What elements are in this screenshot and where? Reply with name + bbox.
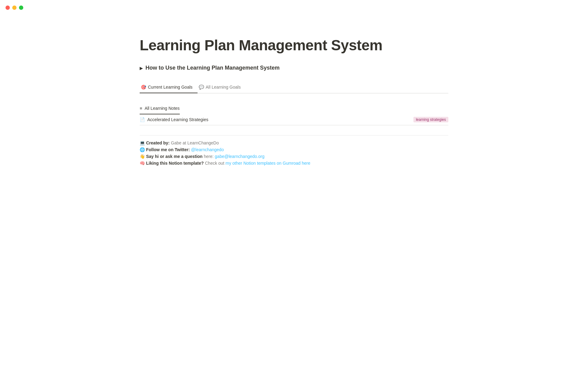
learning-strategies-tag: learning strategies <box>413 117 448 122</box>
notes-list-icon: ≡ <box>140 106 142 111</box>
list-item-right: learning strategies <box>413 117 448 122</box>
all-goals-label: All Learning Goals <box>206 85 241 90</box>
notes-table: 📄 Accelerated Learning Strategies learni… <box>140 114 448 125</box>
tab-all-learning-goals[interactable]: 💬 All Learning Goals <box>198 82 246 93</box>
notion-prefix: Check out <box>205 161 224 166</box>
list-item-left: 📄 Accelerated Learning Strategies <box>140 117 208 122</box>
footer-notion: 🧠 Liking this Notion template? Check out… <box>140 161 448 166</box>
wave-emoji: 👋 <box>140 154 145 159</box>
page-title: Learning Plan Management System <box>140 37 448 54</box>
twitter-emoji: 🌐 <box>140 147 145 152</box>
collapse-arrow-icon: ▶ <box>140 66 143 71</box>
minimize-button[interactable] <box>12 6 17 10</box>
brain-emoji: 🧠 <box>140 161 145 166</box>
how-to-use-label: How to Use the Learning Plan Management … <box>145 65 280 71</box>
tab-current-learning-goals[interactable]: 🎯 Current Learning Goals <box>140 82 198 93</box>
traffic-lights <box>6 6 23 10</box>
notion-gumroad-link[interactable]: my other Notion templates on Gumroad her… <box>225 161 310 166</box>
footer-created-by: 💻 Created by: Gabe at LearnChangeDo <box>140 140 448 145</box>
notes-section-label: All Learning Notes <box>145 106 179 111</box>
current-goals-label: Current Learning Goals <box>148 85 193 90</box>
note-title: Accelerated Learning Strategies <box>147 117 208 122</box>
laptop-emoji: 💻 <box>140 140 145 145</box>
footer-contact: 👋 Say hi or ask me a question here: gabe… <box>140 154 448 159</box>
close-button[interactable] <box>6 6 10 10</box>
contact-prefix: here: <box>204 154 213 159</box>
goals-section-wrapper: 🎯 Current Learning Goals 💬 All Learning … <box>140 82 448 94</box>
notion-label: Liking this Notion template? <box>146 161 204 166</box>
current-goals-icon: 🎯 <box>141 85 146 90</box>
twitter-label: Follow me on Twitter: <box>146 147 190 152</box>
notes-database-section: ≡ All Learning Notes 📄 Accelerated Learn… <box>140 103 448 125</box>
notes-section-header[interactable]: ≡ All Learning Notes <box>140 103 180 114</box>
document-icon: 📄 <box>140 117 145 122</box>
created-by-label: Created by: <box>146 140 170 145</box>
contact-email-link[interactable]: gabe@learnchangedo.org <box>215 154 264 159</box>
how-to-use-section[interactable]: ▶ How to Use the Learning Plan Managemen… <box>140 65 448 71</box>
all-goals-icon: 💬 <box>199 85 204 90</box>
footer-twitter: 🌐 Follow me on Twitter: @learnchangedo <box>140 147 448 152</box>
list-item[interactable]: 📄 Accelerated Learning Strategies learni… <box>140 114 448 125</box>
main-content: Learning Plan Management System ▶ How to… <box>110 0 478 186</box>
footer-section: 💻 Created by: Gabe at LearnChangeDo 🌐 Fo… <box>140 135 448 166</box>
twitter-link[interactable]: @learnchangedo <box>191 147 224 152</box>
maximize-button[interactable] <box>19 6 23 10</box>
created-by-value: Gabe at LearnChangeDo <box>171 140 219 145</box>
contact-label: Say hi or ask me a question <box>146 154 202 159</box>
goals-tabs: 🎯 Current Learning Goals 💬 All Learning … <box>140 82 448 93</box>
